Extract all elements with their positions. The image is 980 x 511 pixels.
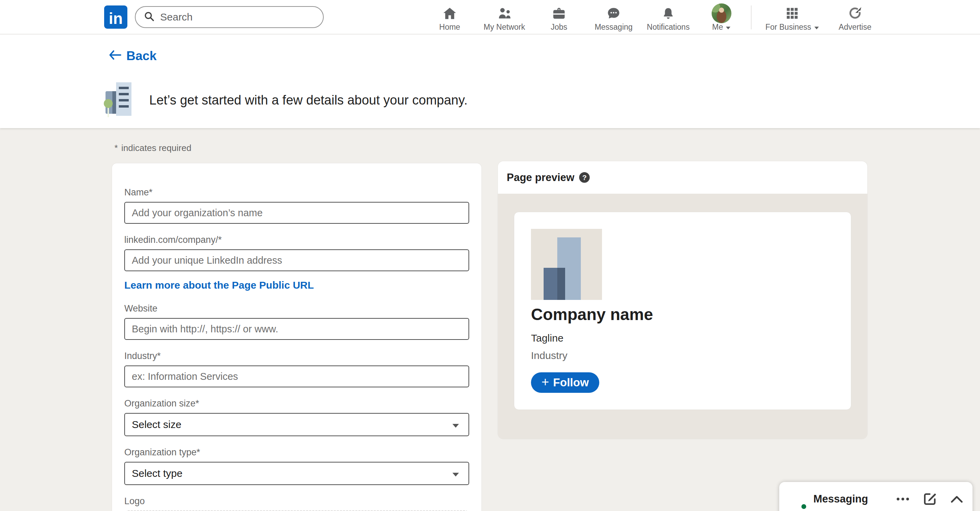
grid-icon	[786, 5, 799, 21]
nav-label: My Network	[484, 22, 525, 32]
my-network-icon	[497, 5, 512, 21]
caret-down-icon	[452, 419, 460, 430]
back-arrow-icon	[108, 49, 122, 63]
home-icon	[443, 5, 457, 21]
chevron-down-icon	[725, 22, 731, 32]
website-label: Website	[124, 303, 469, 314]
organization-size-label: Organization size*	[124, 398, 469, 409]
page-title: Let’s get started with a few details abo…	[149, 93, 468, 108]
nav-label: Notifications	[647, 22, 689, 32]
preview-company-name: Company name	[531, 305, 653, 324]
linkedin-url-label: linkedin.com/company/*	[124, 235, 469, 245]
nav-label: Jobs	[551, 22, 568, 32]
follow-label: Follow	[553, 376, 589, 389]
required-note: *indicates required	[115, 143, 191, 153]
advertise-icon	[848, 5, 862, 21]
page-header: Back Let’s get started with a few detail…	[0, 35, 980, 128]
organization-size-select[interactable]: Select size	[124, 413, 469, 436]
name-input[interactable]	[124, 202, 469, 224]
back-button[interactable]: Back	[108, 49, 156, 63]
placeholder-bar-overlap	[557, 268, 565, 300]
messaging-dock[interactable]: Messaging	[779, 482, 972, 511]
help-icon[interactable]: ?	[579, 172, 590, 183]
messaging-icon	[606, 5, 621, 21]
preview-tagline: Tagline	[531, 332, 563, 344]
follow-button[interactable]: + Follow	[531, 373, 599, 393]
messaging-options-button[interactable]	[896, 497, 910, 501]
logo-placeholder-image	[531, 229, 602, 300]
nav-label: Home	[439, 22, 460, 32]
preview-industry: Industry	[531, 350, 568, 361]
chevron-up-icon	[950, 495, 964, 503]
company-details-form: Name* linkedin.com/company/* Learn more …	[112, 163, 482, 511]
nav-item-home[interactable]: Home	[422, 0, 477, 35]
search-icon	[144, 11, 160, 23]
me-avatar	[712, 3, 732, 23]
company-preview: Company name Tagline Industry + Follow	[514, 212, 851, 410]
organization-size-value: Select size	[132, 419, 181, 430]
website-input[interactable]	[124, 318, 469, 340]
compose-icon	[923, 492, 937, 506]
nav-item-messaging[interactable]: Messaging	[586, 0, 641, 35]
nav-label: Advertise	[838, 22, 872, 32]
messaging-avatar[interactable]	[785, 489, 807, 509]
organization-type-value: Select type	[132, 468, 182, 479]
nav-label: Messaging	[595, 22, 632, 32]
ellipsis-icon	[896, 497, 910, 501]
notifications-icon	[662, 5, 675, 21]
organization-type-label: Organization type*	[124, 447, 469, 458]
linkedin-logo[interactable]: in	[104, 5, 127, 29]
nav-item-jobs[interactable]: Jobs	[532, 0, 586, 35]
industry-label: Industry*	[124, 351, 469, 361]
search-input[interactable]	[160, 11, 318, 23]
nav-item-me[interactable]: Me	[695, 0, 748, 35]
nav-item-for-business[interactable]: For Business	[755, 0, 829, 35]
nav-item-advertise[interactable]: Advertise	[829, 0, 881, 35]
name-label: Name*	[124, 187, 469, 198]
required-star: *	[115, 143, 118, 153]
nav-divider	[751, 5, 752, 29]
caret-down-icon	[452, 468, 460, 479]
linkedin-url-input[interactable]	[124, 249, 469, 271]
global-search[interactable]	[135, 6, 324, 28]
compose-message-button[interactable]	[923, 492, 937, 506]
jobs-icon	[552, 5, 566, 21]
logo-label: Logo	[124, 496, 469, 506]
expand-messaging-button[interactable]	[950, 495, 964, 503]
presence-indicator	[800, 503, 808, 510]
top-navigation: in Home My Network Jobs	[0, 0, 980, 35]
nav-item-my-network[interactable]: My Network	[477, 0, 532, 35]
back-label: Back	[126, 49, 156, 63]
chevron-down-icon	[814, 22, 819, 32]
nav-label: Me	[712, 22, 723, 32]
nav-item-notifications[interactable]: Notifications	[641, 0, 695, 35]
nav-label: For Business	[765, 22, 811, 32]
page-preview-title: Page preview	[507, 172, 574, 184]
nav-items: Home My Network Jobs Messaging Notificat…	[422, 0, 881, 35]
messaging-title: Messaging	[813, 493, 889, 505]
linkedin-logo-text: in	[109, 11, 123, 29]
industry-input[interactable]	[124, 366, 469, 387]
public-url-help-link[interactable]: Learn more about the Page Public URL	[124, 279, 314, 291]
organization-type-select[interactable]: Select type	[124, 462, 469, 485]
page-preview-card: Page preview ? Company name Tagline Indu…	[498, 161, 867, 439]
building-icon	[103, 82, 138, 119]
